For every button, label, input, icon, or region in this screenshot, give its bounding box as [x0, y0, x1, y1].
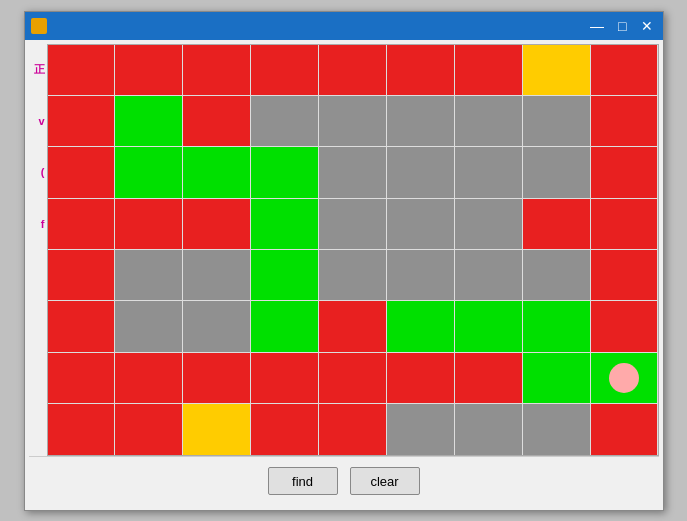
label-6 — [29, 301, 47, 353]
grid-cell-13 — [319, 96, 386, 146]
grid-cell-56 — [183, 353, 250, 403]
grid-cell-10 — [115, 96, 182, 146]
grid-cell-27 — [48, 199, 115, 249]
grid-cell-64 — [115, 404, 182, 454]
grid-cell-36 — [48, 250, 115, 300]
grid-cell-43 — [523, 250, 590, 300]
grid-cell-35 — [591, 199, 658, 249]
grid-cell-28 — [115, 199, 182, 249]
label-2: v — [29, 95, 47, 147]
grid-cell-60 — [455, 353, 522, 403]
grid-cell-0 — [48, 45, 115, 95]
close-button[interactable]: ✕ — [637, 19, 657, 33]
grid-cell-5 — [387, 45, 454, 95]
grid-cell-21 — [251, 147, 318, 197]
grid-cell-47 — [183, 301, 250, 351]
grid-cell-37 — [115, 250, 182, 300]
grid-cell-58 — [319, 353, 386, 403]
clear-button[interactable]: clear — [350, 467, 420, 495]
app-icon — [31, 18, 47, 34]
grid-cell-20 — [183, 147, 250, 197]
grid-cell-32 — [387, 199, 454, 249]
minimize-button[interactable]: — — [586, 19, 608, 33]
grid-cell-6 — [455, 45, 522, 95]
bottom-bar: find clear — [29, 456, 659, 506]
grid-cell-39 — [251, 250, 318, 300]
grid-cell-68 — [387, 404, 454, 454]
label-3: ( — [29, 147, 47, 199]
grid-cell-41 — [387, 250, 454, 300]
grid-cell-3 — [251, 45, 318, 95]
grid-cell-1 — [115, 45, 182, 95]
grid-cell-65 — [183, 404, 250, 454]
grid-cell-69 — [455, 404, 522, 454]
maze-grid — [47, 44, 659, 456]
grid-cell-55 — [115, 353, 182, 403]
grid-cell-53 — [591, 301, 658, 351]
grid-cell-8 — [591, 45, 658, 95]
grid-cell-57 — [251, 353, 318, 403]
find-button[interactable]: find — [268, 467, 338, 495]
grid-cell-71 — [591, 404, 658, 454]
grid-cell-34 — [523, 199, 590, 249]
grid-cell-33 — [455, 199, 522, 249]
grid-cell-63 — [48, 404, 115, 454]
grid-cell-17 — [591, 96, 658, 146]
grid-cell-11 — [183, 96, 250, 146]
grid-cell-49 — [319, 301, 386, 351]
grid-cell-66 — [251, 404, 318, 454]
grid-cell-30 — [251, 199, 318, 249]
grid-cell-52 — [523, 301, 590, 351]
grid-cell-45 — [48, 301, 115, 351]
grid-cell-46 — [115, 301, 182, 351]
agent-circle — [609, 363, 639, 393]
grid-cell-62 — [591, 353, 658, 403]
grid-cell-40 — [319, 250, 386, 300]
app-window: — □ ✕ 正 v ( f find clear — [24, 11, 664, 511]
grid-cell-22 — [319, 147, 386, 197]
label-8 — [29, 404, 47, 456]
grid-cell-51 — [455, 301, 522, 351]
grid-cell-4 — [319, 45, 386, 95]
grid-area: 正 v ( f — [29, 44, 659, 456]
grid-cell-61 — [523, 353, 590, 403]
grid-cell-44 — [591, 250, 658, 300]
grid-cell-25 — [523, 147, 590, 197]
grid-cell-70 — [523, 404, 590, 454]
label-5 — [29, 250, 47, 302]
label-1: 正 — [29, 44, 47, 96]
window-controls: — □ ✕ — [586, 19, 656, 33]
grid-cell-16 — [523, 96, 590, 146]
grid-cell-48 — [251, 301, 318, 351]
grid-cell-12 — [251, 96, 318, 146]
grid-cell-42 — [455, 250, 522, 300]
main-content: 正 v ( f find clear — [25, 40, 663, 510]
grid-cell-50 — [387, 301, 454, 351]
titlebar: — □ ✕ — [25, 12, 663, 40]
grid-cell-19 — [115, 147, 182, 197]
grid-cell-18 — [48, 147, 115, 197]
side-labels: 正 v ( f — [29, 44, 47, 456]
grid-cell-15 — [455, 96, 522, 146]
grid-cell-2 — [183, 45, 250, 95]
grid-cell-38 — [183, 250, 250, 300]
grid-cell-26 — [591, 147, 658, 197]
grid-cell-9 — [48, 96, 115, 146]
label-4: f — [29, 198, 47, 250]
grid-cell-31 — [319, 199, 386, 249]
label-7 — [29, 353, 47, 405]
grid-cell-67 — [319, 404, 386, 454]
maximize-button[interactable]: □ — [614, 19, 630, 33]
grid-cell-29 — [183, 199, 250, 249]
grid-cell-23 — [387, 147, 454, 197]
grid-cell-7 — [523, 45, 590, 95]
grid-cell-14 — [387, 96, 454, 146]
grid-cell-24 — [455, 147, 522, 197]
grid-cell-59 — [387, 353, 454, 403]
grid-cell-54 — [48, 353, 115, 403]
